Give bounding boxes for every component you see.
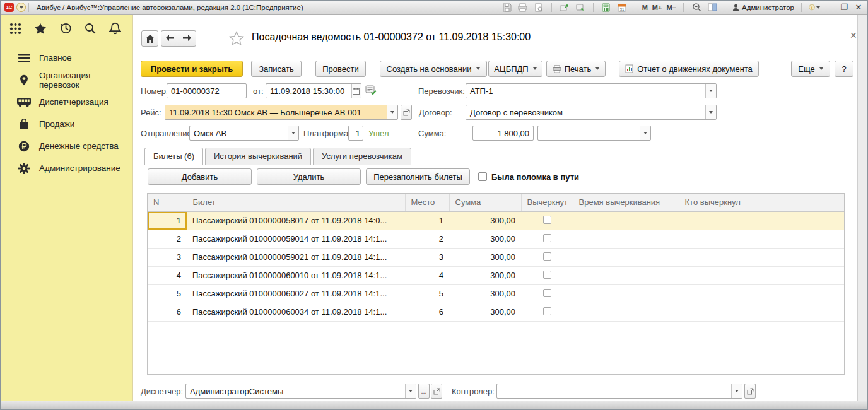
date-input[interactable] bbox=[266, 84, 351, 98]
help-button[interactable]: ? bbox=[835, 61, 853, 77]
cell-crossed[interactable] bbox=[521, 284, 573, 303]
refill-tickets-button[interactable]: Перезаполнить билеты bbox=[366, 168, 470, 185]
cell-seat[interactable]: 6 bbox=[405, 303, 449, 321]
document-close-button[interactable]: ✕ bbox=[850, 30, 857, 40]
sidebar-item-main[interactable]: Главное bbox=[1, 47, 132, 69]
cell-sum[interactable]: 300,00 bbox=[449, 211, 521, 230]
cell-sum[interactable]: 300,00 bbox=[449, 230, 521, 248]
current-user[interactable]: Администратор bbox=[732, 4, 794, 11]
cell-sum[interactable]: 300,00 bbox=[449, 284, 521, 303]
crossed-checkbox[interactable] bbox=[543, 271, 551, 279]
cell-row-number[interactable]: 5 bbox=[148, 284, 187, 303]
cell-cross-who[interactable] bbox=[679, 211, 844, 230]
number-field[interactable] bbox=[167, 83, 247, 98]
cell-cross-time[interactable] bbox=[573, 211, 679, 230]
cell-row-number[interactable]: 4 bbox=[148, 266, 187, 284]
history-icon[interactable] bbox=[59, 22, 72, 37]
memory-recall-button[interactable]: M bbox=[642, 4, 648, 11]
print-icon[interactable] bbox=[517, 3, 529, 13]
cell-cross-who[interactable] bbox=[679, 248, 844, 266]
column-header-crossed[interactable]: Вычеркнут bbox=[521, 194, 573, 211]
acbpdp-button[interactable]: АЦБПДП bbox=[488, 61, 542, 77]
cell-sum[interactable]: 300,00 bbox=[449, 248, 521, 266]
table-row[interactable]: 6Пассажирский 0100000060034 от 11.09.201… bbox=[148, 303, 844, 321]
trip-combobox[interactable]: 11.09.2018 15:30 Омск АВ — Большеречье А… bbox=[165, 105, 398, 120]
cell-row-number[interactable]: 3 bbox=[148, 248, 187, 266]
document-movements-report-button[interactable]: Отчет о движениях документа bbox=[619, 61, 759, 77]
show-movements-button[interactable] bbox=[365, 85, 377, 98]
cell-row-number[interactable]: 2 bbox=[148, 230, 187, 248]
cell-cross-who[interactable] bbox=[679, 266, 844, 284]
apps-grid-icon[interactable] bbox=[9, 23, 21, 37]
calendar-icon[interactable]: 31 bbox=[616, 3, 628, 13]
cell-crossed[interactable] bbox=[521, 266, 573, 284]
cell-ticket[interactable]: Пассажирский 0100000059014 от 11.09.2018… bbox=[187, 230, 405, 248]
zoom-icon[interactable] bbox=[691, 3, 702, 13]
crossed-checkbox[interactable] bbox=[543, 289, 551, 297]
follow-link-icon[interactable] bbox=[575, 3, 586, 13]
delete-button[interactable]: Удалить bbox=[257, 168, 361, 185]
carrier-combobox[interactable]: АТП-1 bbox=[466, 83, 717, 98]
column-header-sum[interactable]: Сумма bbox=[449, 194, 521, 211]
back-button[interactable] bbox=[161, 31, 179, 46]
sidebar-item-administration[interactable]: Администрирование bbox=[1, 157, 132, 179]
memory-plus-button[interactable]: M+ bbox=[652, 4, 662, 11]
cell-row-number[interactable]: 6 bbox=[148, 303, 187, 321]
favorite-toggle[interactable] bbox=[229, 31, 244, 48]
cell-cross-time[interactable] bbox=[573, 248, 679, 266]
home-button[interactable] bbox=[141, 30, 158, 47]
crossed-checkbox[interactable] bbox=[543, 216, 551, 224]
column-header-cross-time[interactable]: Время вычеркивания bbox=[573, 194, 679, 211]
memory-minus-button[interactable]: M− bbox=[666, 4, 676, 11]
combo-dropdown-button[interactable] bbox=[405, 384, 416, 398]
currency-combobox[interactable] bbox=[537, 126, 651, 141]
cell-cross-who[interactable] bbox=[679, 284, 844, 303]
cell-sum[interactable]: 300,00 bbox=[449, 303, 521, 321]
cell-ticket[interactable]: Пассажирский 0100000058017 от 11.09.2018… bbox=[187, 211, 405, 230]
split-window-icon[interactable] bbox=[707, 3, 718, 13]
table-row[interactable]: 4Пассажирский 0100000060010 от 11.09.201… bbox=[148, 266, 844, 284]
main-menu-button[interactable] bbox=[16, 3, 26, 12]
cell-cross-time[interactable] bbox=[573, 230, 679, 248]
contract-combobox[interactable]: Договор с перевозчиком bbox=[466, 105, 717, 120]
platform-field[interactable] bbox=[348, 126, 363, 141]
table-row[interactable]: 2Пассажирский 0100000059014 от 11.09.201… bbox=[148, 230, 844, 248]
maximize-button[interactable]: ❐ bbox=[839, 3, 849, 12]
print-menu-button[interactable]: Печать bbox=[546, 61, 606, 77]
dispatcher-combobox[interactable]: АдминистраторСистемы bbox=[185, 384, 416, 399]
cell-seat[interactable]: 2 bbox=[405, 230, 449, 248]
column-header-n[interactable]: N bbox=[148, 194, 187, 211]
minimize-button[interactable]: – bbox=[824, 3, 835, 12]
departure-combobox[interactable]: Омск АВ bbox=[189, 126, 299, 141]
combo-dropdown-button[interactable] bbox=[705, 105, 716, 119]
table-row[interactable]: 1Пассажирский 0100000058017 от 11.09.201… bbox=[148, 211, 844, 230]
controller-open-button[interactable] bbox=[744, 384, 756, 399]
crossed-checkbox[interactable] bbox=[543, 307, 551, 315]
search-icon[interactable] bbox=[84, 22, 97, 37]
table-row[interactable]: 5Пассажирский 0100000060027 от 11.09.201… bbox=[148, 284, 844, 303]
cell-seat[interactable]: 1 bbox=[405, 211, 449, 230]
table-row[interactable]: 3Пассажирский 0100000059021 от 11.09.201… bbox=[148, 248, 844, 266]
combo-dropdown-button[interactable] bbox=[731, 384, 742, 398]
calendar-picker-button[interactable] bbox=[351, 84, 361, 98]
cell-ticket[interactable]: Пассажирский 0100000060027 от 11.09.2018… bbox=[187, 284, 405, 303]
controller-combobox[interactable] bbox=[496, 384, 742, 399]
column-header-seat[interactable]: Место bbox=[405, 194, 449, 211]
combo-dropdown-button[interactable] bbox=[640, 126, 650, 140]
cell-ticket[interactable]: Пассажирский 0100000059021 от 11.09.2018… bbox=[187, 248, 405, 266]
cell-ticket[interactable]: Пассажирский 0100000060034 от 11.09.2018… bbox=[187, 303, 405, 321]
get-link-icon[interactable] bbox=[559, 3, 570, 13]
date-field[interactable] bbox=[266, 83, 361, 98]
cell-seat[interactable]: 3 bbox=[405, 248, 449, 266]
sidebar-item-dispatching[interactable]: Диспетчеризация bbox=[1, 91, 132, 113]
more-button[interactable]: Еще bbox=[791, 61, 830, 77]
notifications-bell-icon[interactable] bbox=[109, 22, 121, 37]
sum-input[interactable] bbox=[473, 126, 533, 140]
trip-open-button[interactable] bbox=[401, 105, 412, 120]
info-icon[interactable]: i bbox=[809, 3, 820, 13]
breakdown-checkbox[interactable] bbox=[478, 172, 487, 181]
tab-cross-history[interactable]: История вычеркиваний bbox=[205, 148, 311, 165]
sidebar-item-sales[interactable]: Продажи bbox=[1, 113, 132, 135]
print-preview-icon[interactable] bbox=[533, 3, 544, 13]
combo-dropdown-button[interactable] bbox=[705, 84, 716, 98]
